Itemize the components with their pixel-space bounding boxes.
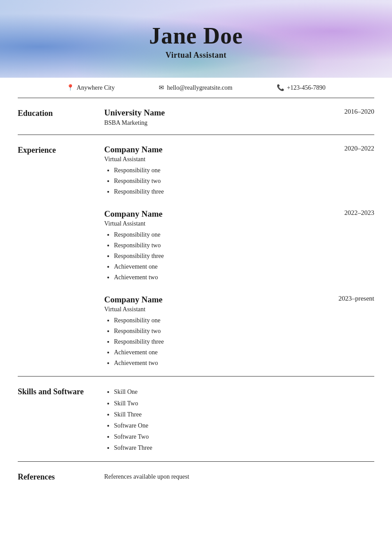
job-list-0: Responsibility oneResponsibility twoResp… <box>114 165 374 197</box>
job-item-2-4: Achievement two <box>114 358 374 369</box>
jobs-container: Company Name2020–2022Virtual AssistantRe… <box>104 145 374 368</box>
contact-location: 📍 Anywhere City <box>67 84 115 91</box>
job-dates-0: 2020–2022 <box>345 145 375 152</box>
job-company-2: Company Name <box>104 295 162 305</box>
header-background: Jane Doe Virtual Assistant <box>0 0 392 78</box>
skill-item-5: Software Three <box>114 442 374 453</box>
job-item-2-1: Responsibility two <box>114 326 374 337</box>
job-header-0: Company Name2020–2022 <box>104 145 374 155</box>
skill-item-3: Software One <box>114 420 374 431</box>
location-text: Anywhere City <box>77 84 115 91</box>
job-dates-1: 2022–2023 <box>345 209 375 217</box>
candidate-name: Jane Doe <box>149 23 243 49</box>
experience-label: Experience <box>18 145 104 368</box>
job-item-1-2: Responsibility three <box>114 251 374 262</box>
phone-text: +123-456-7890 <box>287 84 325 91</box>
skill-item-2: Skill Three <box>114 409 374 420</box>
skills-section: Skills and Software Skill OneSkill TwoSk… <box>18 377 374 462</box>
job-item-0-0: Responsibility one <box>114 165 374 176</box>
job-entry-1: Company Name2022–2023Virtual AssistantRe… <box>104 209 374 282</box>
job-entry-0: Company Name2020–2022Virtual AssistantRe… <box>104 145 374 197</box>
job-dates-2: 2023–present <box>338 295 374 302</box>
email-icon: ✉ <box>159 84 164 91</box>
education-institution: University Name <box>104 108 165 118</box>
header-content: Jane Doe Virtual Assistant <box>0 0 392 78</box>
job-item-1-1: Responsibility two <box>114 240 374 251</box>
education-dates: 2016–2020 <box>345 108 375 115</box>
experience-section: Experience Company Name2020–2022Virtual … <box>18 135 374 377</box>
job-item-1-3: Achievement one <box>114 262 374 272</box>
job-role-1: Virtual Assistant <box>104 220 374 227</box>
job-item-0-1: Responsibility two <box>114 176 374 186</box>
skill-item-0: Skill One <box>114 386 374 397</box>
job-item-0-2: Responsibility three <box>114 186 374 197</box>
contact-phone: 📞 +123-456-7890 <box>277 84 325 91</box>
job-header-2: Company Name2023–present <box>104 295 374 305</box>
job-list-1: Responsibility oneResponsibility twoResp… <box>114 230 374 282</box>
job-company-1: Company Name <box>104 209 162 219</box>
contact-email: ✉ hello@reallygreatsite.com <box>159 84 232 91</box>
education-entry-header: University Name 2016–2020 <box>104 108 374 118</box>
candidate-title: Virtual Assistant <box>165 51 226 60</box>
job-entry-2: Company Name2023–presentVirtual Assistan… <box>104 295 374 368</box>
experience-content: Company Name2020–2022Virtual AssistantRe… <box>104 145 374 368</box>
references-content: References available upon request <box>104 472 374 482</box>
job-company-0: Company Name <box>104 145 162 155</box>
resume-document: Jane Doe Virtual Assistant 📍 Anywhere Ci… <box>0 0 392 555</box>
job-item-1-4: Achievement two <box>114 272 374 283</box>
job-item-2-3: Achievement one <box>114 347 374 358</box>
skill-item-1: Skill Two <box>114 398 374 409</box>
contact-bar: 📍 Anywhere City ✉ hello@reallygreatsite.… <box>18 78 374 98</box>
education-content: University Name 2016–2020 BSBA Marketing <box>104 108 374 127</box>
skills-content: Skill OneSkill TwoSkill ThreeSoftware On… <box>104 386 374 453</box>
education-degree: BSBA Marketing <box>104 119 374 127</box>
phone-icon: 📞 <box>277 84 284 91</box>
job-item-2-0: Responsibility one <box>114 315 374 326</box>
job-header-1: Company Name2022–2023 <box>104 209 374 219</box>
references-section: References References available upon req… <box>18 462 374 490</box>
job-item-2-2: Responsibility three <box>114 337 374 347</box>
education-section: Education University Name 2016–2020 BSBA… <box>18 98 374 135</box>
main-content: Education University Name 2016–2020 BSBA… <box>0 98 392 490</box>
job-role-2: Virtual Assistant <box>104 306 374 313</box>
job-role-0: Virtual Assistant <box>104 156 374 163</box>
location-icon: 📍 <box>67 84 74 91</box>
job-list-2: Responsibility oneResponsibility twoResp… <box>114 315 374 368</box>
skill-item-4: Software Two <box>114 431 374 442</box>
email-text: hello@reallygreatsite.com <box>167 84 232 91</box>
skills-list: Skill OneSkill TwoSkill ThreeSoftware On… <box>114 386 374 453</box>
references-text: References available upon request <box>104 472 374 480</box>
references-label: References <box>18 472 104 482</box>
education-label: Education <box>18 108 104 127</box>
skills-label: Skills and Software <box>18 386 104 453</box>
job-item-1-0: Responsibility one <box>114 230 374 240</box>
